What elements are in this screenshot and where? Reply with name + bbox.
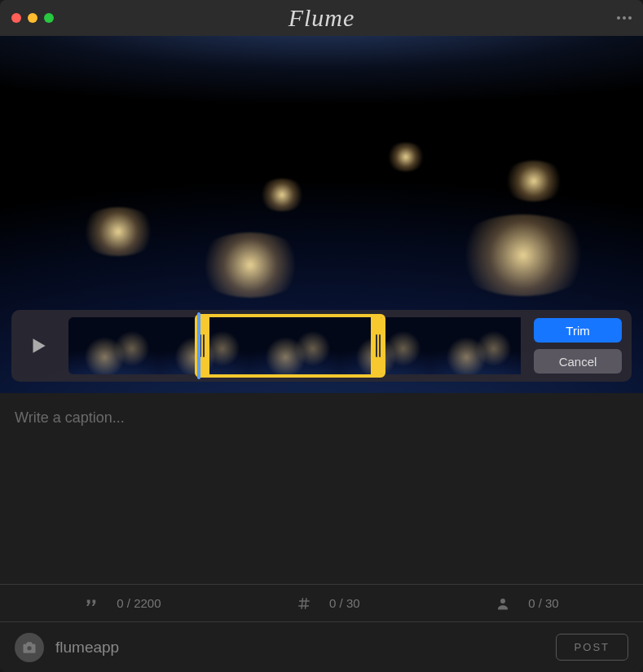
- app-title: Flume: [288, 4, 355, 32]
- svg-point-0: [500, 599, 505, 603]
- app-window: Flume Trim: [0, 0, 643, 672]
- post-button[interactable]: POST: [556, 634, 628, 661]
- trim-button[interactable]: Trim: [534, 318, 622, 343]
- video-timeline[interactable]: [68, 317, 521, 374]
- trim-toolbar: Trim Cancel: [11, 310, 632, 382]
- caption-count-text: 0 / 2200: [117, 596, 161, 610]
- caption-input[interactable]: [15, 409, 628, 568]
- more-menu-icon[interactable]: [617, 16, 632, 20]
- quote-icon: [84, 596, 99, 611]
- mention-count: 0 / 30: [495, 596, 559, 611]
- lower-panel: 0 / 2200 0 / 30 0 / 30 flumeapp POST: [0, 393, 643, 672]
- cancel-button[interactable]: Cancel: [534, 349, 622, 374]
- person-icon: [495, 596, 510, 611]
- camera-icon: [21, 639, 37, 656]
- svg-point-1: [27, 646, 31, 650]
- play-icon: [28, 335, 49, 356]
- footer: flumeapp POST: [0, 621, 643, 672]
- maximize-window-button[interactable]: [44, 13, 54, 23]
- trim-selection[interactable]: [195, 314, 385, 378]
- video-preview: Trim Cancel: [0, 36, 643, 393]
- hashtag-count: 0 / 30: [297, 596, 360, 611]
- playhead[interactable]: [197, 312, 200, 379]
- window-controls: [11, 13, 54, 23]
- caption-area: [0, 393, 643, 584]
- minimize-window-button[interactable]: [28, 13, 37, 23]
- caption-count: 0 / 2200: [84, 596, 161, 611]
- counts-bar: 0 / 2200 0 / 30 0 / 30: [0, 584, 643, 621]
- account-avatar[interactable]: [15, 633, 44, 662]
- hashtag-count-text: 0 / 30: [329, 596, 360, 610]
- titlebar: Flume: [0, 0, 643, 36]
- trim-handle-right[interactable]: [371, 317, 385, 374]
- hashtag-icon: [297, 596, 311, 611]
- mention-count-text: 0 / 30: [528, 596, 559, 610]
- play-button[interactable]: [21, 329, 55, 363]
- trim-actions: Trim Cancel: [534, 318, 622, 374]
- username: flumeapp: [55, 639, 119, 657]
- close-window-button[interactable]: [11, 13, 21, 23]
